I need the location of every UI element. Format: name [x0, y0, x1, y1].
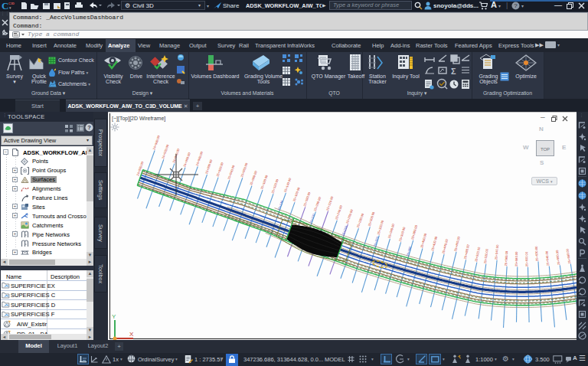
svg-text:25+240.00: 25+240.00: [335, 204, 344, 221]
svg-text:X: X: [129, 331, 134, 338]
svg-text:25+260: 25+260: [341, 225, 348, 237]
svg-text:25+080.00: 25+080.00: [249, 170, 258, 186]
svg-text:25+620.00: 25+620.00: [534, 246, 539, 261]
svg-text:25+220.00: 25+220.00: [325, 195, 335, 211]
svg-text:25+160.00: 25+160.00: [292, 186, 301, 202]
svg-text:25+000.00: 25+000.00: [204, 158, 214, 175]
svg-text:25+660.00: 25+660.00: [555, 250, 560, 266]
svg-text:25+580.00: 25+580.00: [514, 251, 518, 266]
svg-text:25+400.00: 25+400.00: [420, 233, 427, 249]
svg-text:25+280.00: 25+280.00: [356, 212, 365, 228]
svg-text:25+500.00: 25+500.00: [474, 247, 481, 263]
svg-text:25+060.00: 25+060.00: [240, 162, 249, 178]
svg-text:25+380.00: 25+380.00: [410, 224, 418, 240]
svg-text:?: ?: [87, 124, 91, 131]
svg-text:25+200.00: 25+200.00: [313, 196, 322, 212]
svg-text:25+020.00: 25+020.00: [216, 162, 225, 178]
svg-text:25+300.00: 25+300.00: [368, 211, 376, 227]
svg-text:24+880.00: 24+880.00: [136, 161, 145, 177]
svg-text:25+040.00: 25+040.00: [227, 164, 236, 180]
svg-text:25+680.00: 25+680.00: [565, 248, 571, 264]
svg-text:25+480.00: 25+480.00: [463, 243, 470, 260]
svg-text:?: ?: [514, 2, 518, 9]
svg-text:25+380: 25+380: [406, 245, 413, 257]
svg-text:25+540.00: 25+540.00: [494, 244, 499, 260]
svg-text:25+560.00: 25+560.00: [504, 250, 508, 266]
svg-text:25+640.00: 25+640.00: [544, 250, 550, 266]
svg-text:25+520.00: 25+520.00: [483, 248, 489, 264]
svg-text:25+360.00: 25+360.00: [398, 226, 407, 242]
svg-text:25+140.00: 25+140.00: [283, 177, 292, 193]
svg-text:24+900.00: 24+900.00: [152, 135, 162, 151]
svg-text:25+120.00: 25+120.00: [270, 178, 279, 194]
svg-text:25+180.00: 25+180.00: [302, 191, 312, 208]
svg-text:25+460.00: 25+460.00: [453, 236, 461, 252]
svg-text:25+340.00: 25+340.00: [387, 223, 396, 239]
svg-text:25+100.00: 25+100.00: [260, 174, 269, 190]
svg-text:25+600.00: 25+600.00: [524, 251, 528, 266]
svg-text:25+440.00: 25+440.00: [441, 238, 449, 254]
svg-text:25+260.00: 25+260.00: [345, 208, 354, 224]
svg-text:25+320: 25+320: [373, 236, 380, 247]
svg-text:25+140: 25+140: [276, 199, 284, 211]
svg-text:25+420.00: 25+420.00: [430, 235, 438, 251]
svg-text:25+200: 25+200: [309, 213, 316, 224]
svg-text:25+320.00: 25+320.00: [377, 220, 385, 236]
svg-text:Y: Y: [112, 313, 116, 320]
svg-text:Σ: Σ: [451, 67, 456, 76]
